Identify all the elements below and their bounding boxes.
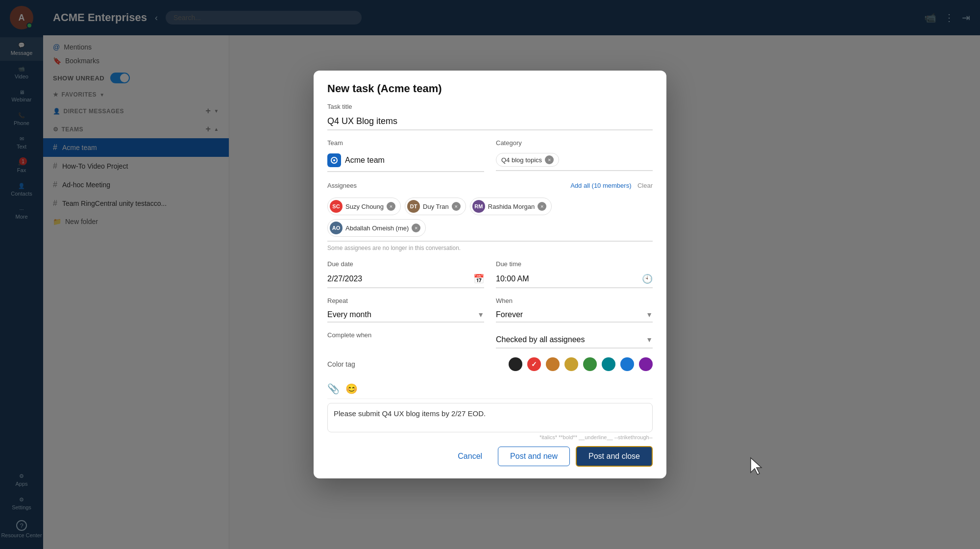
dialog-body: Task title Team Acme team [314,103,666,440]
color-tag-row: Color tag [327,357,653,371]
assignees-note: Some assignees are no longer in this con… [327,245,653,251]
complete-when-col: Complete when [327,331,484,349]
assignees-header: Assignees Add all (10 members) Clear [327,181,653,190]
message-area[interactable]: Please submit Q4 UX blog items by 2/27 E… [327,403,653,432]
color-dot-blue[interactable] [620,357,634,371]
task-title-group: Task title [327,103,653,130]
color-dot-green[interactable] [583,357,597,371]
assignee-remove-abdallah[interactable]: × [412,224,420,232]
when-col: When Forever Until date Number of times … [496,297,653,323]
team-category-row: Team Acme team Category [327,139,653,172]
message-hint: *italics* **bold** __underline__ --strik… [327,434,653,440]
due-time-label: Due time [496,260,653,268]
due-date-wrapper: 📅 [327,271,484,288]
when-label: When [496,297,653,304]
message-toolbar: 📎 😊 [327,379,653,399]
color-dot-teal[interactable] [602,357,615,371]
dialog-title: New task (Acme team) [327,82,653,95]
post-and-close-button[interactable]: Post and close [576,446,653,467]
assignee-chip-duy: DT Duy Tran × [405,198,466,215]
color-dot-purple[interactable] [639,357,653,371]
assignees-list: SC Suzy Choung × DT Duy Tran × RM Rashid… [327,194,653,242]
due-time-wrapper: 🕙 [496,271,653,288]
complete-when-select-col: Checked by all assignees Checked by one … [496,331,653,349]
team-name-display: Acme team [345,156,385,165]
category-label: Category [496,139,653,147]
clear-assignees-button[interactable]: Clear [637,182,653,189]
modal-overlay[interactable]: New task (Acme team) Task title Team [0,0,980,549]
assignee-remove-rashida[interactable]: × [538,202,546,211]
team-label: Team [327,139,484,147]
assignee-remove-suzy[interactable]: × [387,202,395,211]
assignee-avatar-duy: DT [407,200,420,213]
repeat-when-row: Repeat Never Every day Every week Every … [327,297,653,323]
assignees-label: Assignees [327,182,357,189]
complete-when-select[interactable]: Checked by all assignees Checked by one … [496,335,646,344]
category-col: Category Q4 blog topics × [496,139,653,172]
assignee-avatar-abdallah: AO [330,222,343,234]
complete-when-label: Complete when [327,331,484,339]
assignee-chip-suzy: SC Suzy Choung × [327,198,401,215]
assignee-name-abdallah: Abdallah Omeish (me) [345,225,409,232]
due-date-label: Due date [327,260,484,268]
due-time-col: Due time 🕙 [496,260,653,288]
repeat-wrapper: Never Every day Every week Every month E… [327,307,484,323]
repeat-col: Repeat Never Every day Every week Every … [327,297,484,323]
assignee-name-duy: Duy Tran [423,203,449,210]
assignee-name-rashida: Rashida Morgan [488,203,535,210]
post-and-new-button[interactable]: Post and new [498,447,570,466]
category-input[interactable]: Q4 blog topics × [496,150,653,171]
color-dot-gold[interactable] [564,357,578,371]
cursor-pointer [749,457,764,480]
assignee-chip-abdallah: AO Abdallah Omeish (me) × [327,219,426,237]
category-tag-remove[interactable]: × [545,155,554,164]
svg-point-1 [333,159,335,161]
task-title-label: Task title [327,103,653,110]
complete-when-wrapper: Checked by all assignees Checked by one … [496,331,653,349]
repeat-chevron-icon: ▼ [477,311,484,319]
assignees-group: Assignees Add all (10 members) Clear SC … [327,181,653,251]
repeat-label: Repeat [327,297,484,304]
complete-when-chevron-icon: ▼ [646,336,653,344]
complete-when-row: Complete when Checked by all assignees C… [327,331,653,349]
emoji-icon[interactable]: 😊 [345,383,358,395]
add-all-button[interactable]: Add all (10 members) [570,182,631,189]
team-col: Team Acme team [327,139,484,172]
assignee-avatar-suzy: SC [330,200,343,213]
color-dot-orange[interactable] [546,357,560,371]
color-dot-red[interactable] [527,357,541,371]
category-tag-text: Q4 blog topics [501,156,542,164]
repeat-select[interactable]: Never Every day Every week Every month E… [327,310,477,319]
dialog-footer: Cancel Post and new Post and close [314,446,666,467]
message-text: Please submit Q4 UX blog items by 2/27 E… [334,409,486,418]
color-tag-label: Color tag [327,360,504,368]
when-chevron-icon: ▼ [646,311,653,319]
assignee-avatar-rashida: RM [472,200,485,213]
due-time-input[interactable] [496,274,642,283]
assignee-name-suzy: Suzy Choung [345,203,384,210]
due-date-col: Due date 📅 [327,260,484,288]
assignee-remove-duy[interactable]: × [452,202,461,211]
attachment-icon[interactable]: 📎 [327,383,340,395]
task-title-input[interactable] [327,113,653,130]
category-tag: Q4 blog topics × [496,153,559,167]
cancel-button[interactable]: Cancel [448,447,492,466]
color-dot-black[interactable] [509,357,522,371]
date-time-row: Due date 📅 Due time 🕙 [327,260,653,288]
team-selector[interactable]: Acme team [327,150,484,172]
when-wrapper: Forever Until date Number of times ▼ [496,307,653,323]
team-icon [327,153,341,167]
new-task-dialog: New task (Acme team) Task title Team [314,71,666,478]
when-select[interactable]: Forever Until date Number of times [496,310,646,319]
clock-icon[interactable]: 🕙 [642,274,653,284]
assignee-chip-rashida: RM Rashida Morgan × [470,198,552,215]
due-date-input[interactable] [327,274,473,283]
assignees-actions: Add all (10 members) Clear [570,181,653,190]
calendar-icon[interactable]: 📅 [473,274,484,284]
dialog-header: New task (Acme team) [314,71,666,103]
